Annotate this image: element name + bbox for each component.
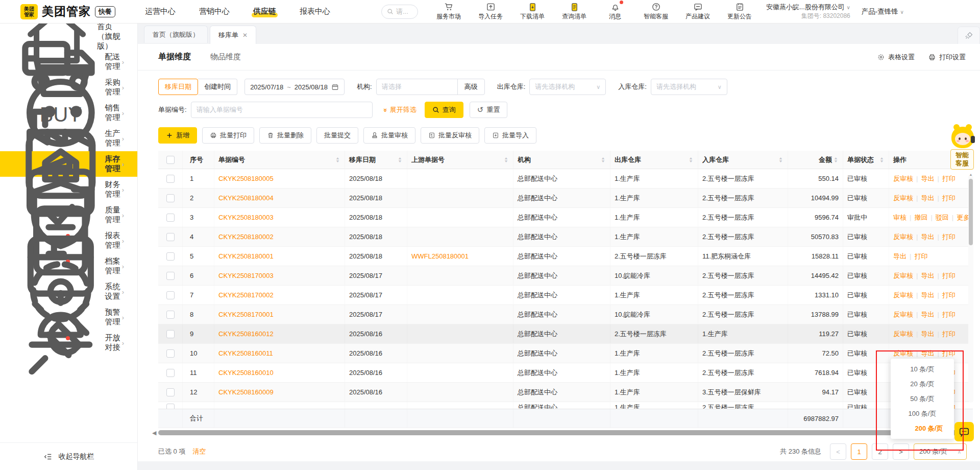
company-switcher[interactable]: 安徽蒸小皖...股份有限公司 ∨ 集团号: 83202086 (766, 3, 850, 20)
sidebar-item-开放对接[interactable]: 开放对接› (0, 330, 137, 356)
nav-item-营销中心[interactable]: 营销中心 (199, 7, 230, 16)
in-warehouse-select[interactable]: 请先选择机构 ∨ (651, 79, 727, 95)
row-action-打印[interactable]: 打印 (942, 330, 955, 339)
doc-no-link[interactable]: CKYK2508170002 (218, 291, 274, 299)
row-action-导出[interactable]: 导出 (921, 349, 934, 358)
clear-selection-link[interactable]: 清空 (192, 447, 206, 456)
query-button[interactable]: 查询 (425, 102, 463, 118)
sort-icon[interactable]: ▲▼ (504, 157, 509, 163)
row-action-导出[interactable]: 导出 (921, 174, 934, 183)
smart-service-widget[interactable]: 智能客服 (950, 127, 974, 170)
row-action-导出[interactable]: 导出 (921, 194, 934, 203)
row-checkbox[interactable] (166, 194, 175, 202)
row-action-反审核[interactable]: 反审核 (893, 330, 913, 339)
row-checkbox[interactable] (166, 272, 175, 280)
date-range-picker[interactable]: 2025/07/18 ~ 2025/08/18 (244, 79, 345, 95)
row-action-导出[interactable]: 导出 (893, 252, 906, 261)
tool-download-list[interactable]: 下载清单 (520, 2, 545, 21)
sort-icon[interactable]: ▲▼ (880, 157, 885, 163)
doc-no-link[interactable]: CKYK2508160011 (218, 349, 273, 357)
sort-icon[interactable]: ▲▼ (779, 157, 783, 163)
sort-icon[interactable]: ▲▼ (336, 157, 340, 163)
close-icon[interactable]: ✕ (242, 32, 248, 39)
doc-no-link[interactable]: CKYK2508170001 (218, 311, 274, 318)
date-type-创建时间[interactable]: 创建时间 (198, 79, 237, 95)
sort-icon[interactable]: ▲▼ (834, 157, 839, 163)
view-tab-物品维度[interactable]: 物品维度 (210, 52, 241, 62)
action-批量删除[interactable]: 批量删除 (259, 127, 311, 144)
row-checkbox[interactable] (166, 291, 175, 299)
vertical-scrollbar-thumb[interactable] (969, 179, 973, 245)
action-批量审核[interactable]: 批量审核 (363, 127, 415, 144)
action-批量打印[interactable]: 批量打印 (202, 127, 254, 144)
tool-product-suggestion[interactable]: 产品建议 (685, 2, 710, 21)
select-all-checkbox[interactable] (166, 156, 175, 164)
action-批量导入[interactable]: 批量导入 (484, 127, 536, 144)
tool-import-task[interactable]: 导入任务 (478, 2, 503, 21)
row-action-撤回[interactable]: 撤回 (914, 213, 927, 222)
print-settings-button[interactable]: 打印设置 (928, 53, 966, 62)
sort-icon[interactable]: ▲▼ (689, 157, 694, 163)
advanced-button[interactable]: 高级 (457, 79, 485, 95)
nav-item-报表中心[interactable]: 报表中心 (300, 7, 330, 16)
page-size-option[interactable]: 100 条/页 (891, 406, 954, 421)
doc-no-link[interactable]: CKYK2508180004 (218, 194, 274, 202)
feedback-chat-button[interactable] (954, 422, 974, 441)
sort-icon[interactable]: ▲▼ (398, 157, 403, 163)
scroll-up-icon[interactable]: ▲ (968, 173, 973, 176)
sort-icon[interactable]: ▲▼ (601, 157, 606, 163)
row-checkbox[interactable] (166, 349, 175, 358)
row-action-打印[interactable]: 打印 (942, 291, 955, 300)
collapse-nav-button[interactable]: 收起导航栏 (0, 442, 137, 470)
row-checkbox[interactable] (166, 233, 175, 241)
row-action-打印[interactable]: 打印 (942, 232, 955, 242)
expand-filters-button[interactable]: » 展开筛选 (384, 105, 416, 114)
row-action-打印[interactable]: 打印 (942, 271, 955, 280)
row-checkbox[interactable] (166, 311, 175, 319)
tab-移库单[interactable]: 移库单✕ (210, 26, 256, 44)
page-size-select[interactable]: 200 条/页 ∧ (914, 443, 967, 460)
row-action-反审核[interactable]: 反审核 (893, 194, 913, 203)
action-新增[interactable]: 新增 (158, 127, 197, 144)
row-action-导出[interactable]: 导出 (921, 271, 934, 280)
doc-no-input[interactable]: 请输入单据编号 (191, 102, 373, 118)
row-action-反审核[interactable]: 反审核 (893, 349, 913, 358)
horizontal-scrollbar-thumb[interactable] (158, 430, 969, 435)
doc-no-link[interactable]: CKYK2508160009 (218, 388, 274, 396)
row-action-打印[interactable]: 打印 (942, 349, 955, 358)
doc-no-link[interactable]: CKYK2508180002 (218, 233, 274, 241)
row-checkbox[interactable] (166, 214, 175, 222)
nav-item-供应链[interactable]: 供应链 (253, 7, 276, 16)
row-action-打印[interactable]: 打印 (942, 174, 955, 183)
view-tab-单据维度[interactable]: 单据维度 (158, 52, 191, 62)
row-action-打印[interactable]: 打印 (942, 194, 955, 203)
row-action-反审核[interactable]: 反审核 (893, 271, 913, 280)
date-type-移库日期[interactable]: 移库日期 (158, 79, 198, 95)
meituan-logo[interactable]: 美团管家 美团管家 快餐 (20, 4, 115, 19)
doc-no-link[interactable]: CKYK2508160012 (218, 330, 274, 338)
tool-smart-service[interactable]: 智能客服 (644, 2, 668, 21)
page-button-2[interactable]: 2 (872, 443, 888, 460)
row-action-审核[interactable]: 审核 (893, 213, 906, 222)
action-批量反审核[interactable]: 批量反审核 (421, 127, 479, 144)
horizontal-scrollbar[interactable]: ◀ (152, 429, 973, 436)
row-action-驳回[interactable]: 驳回 (936, 213, 949, 222)
doc-no-link[interactable]: CKYK2508170003 (218, 272, 274, 279)
vertical-scrollbar[interactable]: ▲ (968, 175, 973, 403)
user-menu[interactable]: 产品-查锋锋 ∨ (862, 7, 904, 16)
action-批量提交[interactable]: 批量提交 (316, 127, 358, 144)
row-checkbox[interactable] (166, 252, 175, 261)
nav-item-运营中心[interactable]: 运营中心 (145, 7, 176, 16)
doc-no-link[interactable]: CKYK2508160010 (218, 369, 274, 377)
page-button-1[interactable]: 1 (851, 443, 867, 460)
search-input[interactable]: 请... (381, 5, 418, 19)
doc-no-link[interactable]: CKYK2508180005 (218, 175, 274, 182)
row-action-打印[interactable]: 打印 (942, 310, 955, 319)
tool-messages[interactable]: 消息 (604, 2, 626, 21)
reset-button[interactable]: ↺ 重置 (470, 102, 508, 118)
row-checkbox[interactable] (166, 175, 175, 183)
page-size-option[interactable]: 20 条/页 (891, 377, 954, 391)
row-action-反审核[interactable]: 反审核 (893, 310, 913, 319)
row-action-反审核[interactable]: 反审核 (893, 232, 913, 242)
out-warehouse-select[interactable]: 请先选择机构 ∨ (529, 79, 606, 95)
